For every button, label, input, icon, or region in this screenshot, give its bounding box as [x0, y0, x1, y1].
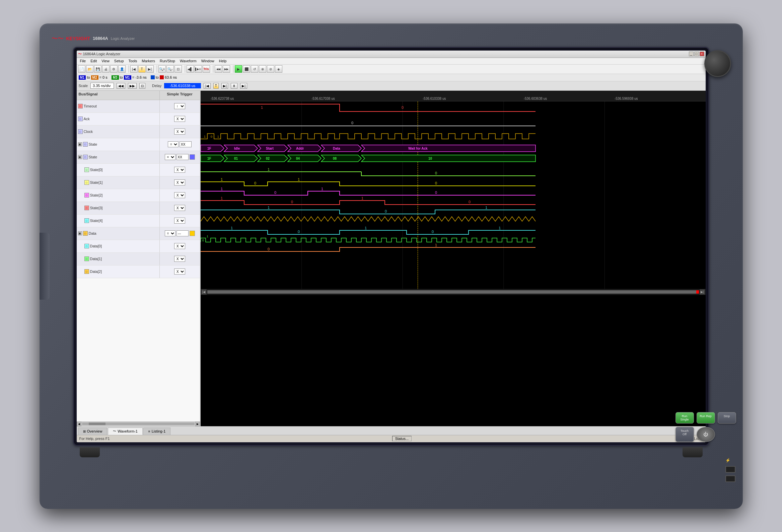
touch-off-button[interactable]: TouchOff	[675, 427, 694, 442]
tris-button[interactable]: Tris	[203, 65, 210, 73]
data-trigger[interactable]: = ≠ X	[160, 227, 200, 240]
delay-nav4[interactable]: ⏸	[231, 83, 238, 89]
power-button[interactable]: ⏻	[697, 427, 715, 442]
tb-icon-r4[interactable]: ◈	[275, 65, 282, 73]
data0-trigger-select[interactable]: X	[174, 243, 185, 249]
menu-tools[interactable]: Tools	[127, 58, 139, 64]
scale-decrease-btn[interactable]: ◀◀	[116, 83, 125, 89]
trigger-button[interactable]: T	[138, 65, 146, 73]
tb-icon-r1[interactable]: ↺	[251, 65, 258, 73]
scroll-left-btn[interactable]: ◀	[77, 421, 81, 426]
signal-hscroll[interactable]: ◀ ▶	[77, 421, 200, 426]
tab-listing1[interactable]: ≡ Listing-1	[143, 427, 171, 435]
zoom-fit-button[interactable]: ⊡	[175, 65, 182, 73]
data2-trigger[interactable]: X	[160, 266, 200, 278]
delay-nav5[interactable]: ▶|	[240, 83, 247, 89]
scroll-right-btn[interactable]: ▶	[195, 421, 200, 426]
svg-text:0: 0	[385, 209, 387, 213]
delay-nav2[interactable]: T	[213, 83, 219, 89]
data-expand[interactable]: ▣	[78, 231, 82, 235]
stop-small-btn[interactable]: ⬛	[243, 65, 250, 73]
state1-trigger-value[interactable]	[179, 141, 191, 147]
scale-fit-btn[interactable]: ⊡	[139, 83, 145, 89]
delay-nav3[interactable]: ▶|	[221, 83, 228, 89]
wave-scroll-left[interactable]: |◀	[201, 289, 207, 295]
menu-window[interactable]: Window	[199, 58, 216, 64]
state1-expand[interactable]: ▣	[78, 142, 82, 146]
print-button[interactable]: 🖨	[102, 65, 109, 73]
data0-trigger[interactable]: X	[160, 240, 200, 253]
menu-help[interactable]: Help	[217, 58, 229, 64]
timeout-trigger-select[interactable]: ↑ ↓ X	[174, 103, 185, 109]
data-color-btn[interactable]	[189, 231, 195, 236]
minimize-button[interactable]: _	[689, 51, 694, 56]
state1-trigger[interactable]: = ≠ X	[160, 138, 200, 151]
tb-icon5[interactable]: ⚙	[110, 65, 117, 73]
scale-value[interactable]: 3.35 ns/div	[91, 83, 114, 89]
tab-overview[interactable]: ⊞ Overview	[78, 427, 107, 435]
data2-trigger-select[interactable]: X	[174, 268, 185, 274]
wave-scroll-right[interactable]: ▶|	[700, 289, 705, 295]
open-button[interactable]: 📂	[86, 65, 94, 73]
menu-view[interactable]: View	[100, 58, 111, 64]
state1b-trigger[interactable]: X	[160, 177, 200, 189]
state2b-trigger[interactable]: X	[160, 189, 200, 201]
tb-icon6[interactable]: 👤	[118, 65, 126, 73]
marker-next-button[interactable]: ▌▶H	[194, 65, 202, 73]
data-trigger-select[interactable]: = ≠ X	[165, 230, 176, 236]
main-knob[interactable]	[704, 50, 731, 77]
state2b-label: State[2]	[90, 193, 103, 197]
menu-markers[interactable]: Markers	[140, 58, 157, 64]
data1-trigger-select[interactable]: X	[174, 256, 185, 262]
waveform-hscroll[interactable]: |◀ ▶|	[201, 289, 706, 295]
timeout-trigger[interactable]: ↑ ↓ X	[160, 100, 200, 113]
zoom-in-button[interactable]: 🔍+	[158, 65, 166, 73]
state1b-trigger-select[interactable]: X	[174, 180, 185, 186]
tb-icon-r3[interactable]: ⊘	[267, 65, 274, 73]
goto-start-button[interactable]: |◀	[130, 65, 138, 73]
scale-increase-btn[interactable]: ▶▶	[128, 83, 137, 89]
marker-prev-button[interactable]: ◀▌	[186, 65, 194, 73]
state3-trigger[interactable]: X	[160, 202, 200, 214]
clock-trigger[interactable]: X ↑ ↓	[160, 125, 200, 138]
menu-setup[interactable]: Setup	[112, 58, 126, 64]
maximize-button[interactable]: □	[694, 51, 699, 56]
state2-trigger-value[interactable]	[177, 154, 188, 160]
state2-expand[interactable]: ▣	[78, 155, 82, 159]
nav-btn1[interactable]: ◀◀	[215, 65, 222, 73]
tb-icon-r2[interactable]: ⊗	[259, 65, 266, 73]
menu-edit[interactable]: Edit	[88, 58, 99, 64]
data-icon: □	[83, 231, 88, 236]
zoom-out-button[interactable]: 🔍-	[167, 65, 174, 73]
state2-trigger[interactable]: = ≠ X	[160, 151, 200, 163]
state4-trigger[interactable]: X	[160, 215, 200, 227]
status-button[interactable]: Status...	[392, 436, 412, 441]
tab-waveform1[interactable]: 〜 Waveform-1	[108, 427, 143, 435]
state1-trigger-select[interactable]: = ≠ X	[168, 141, 178, 147]
state4-trigger-select[interactable]: X	[174, 218, 185, 224]
run-single-button[interactable]: RunSingle	[675, 412, 694, 423]
data-trigger-value[interactable]	[177, 230, 188, 236]
menu-file[interactable]: File	[78, 58, 88, 64]
clock-trigger-select[interactable]: X ↑ ↓	[174, 128, 185, 135]
state0-trigger-select[interactable]: X ↑ ↓	[174, 167, 185, 173]
ack-trigger-select[interactable]: X ↑ ↓	[174, 116, 185, 122]
menu-runstop[interactable]: Run/Stop	[158, 58, 177, 64]
save-button[interactable]: 💾	[94, 65, 102, 73]
stop-hw-button[interactable]: Stop	[718, 412, 736, 423]
menu-waveform[interactable]: Waveform	[178, 58, 199, 64]
data1-trigger[interactable]: X	[160, 253, 200, 265]
delay-nav1[interactable]: |◀	[204, 83, 211, 89]
state2b-trigger-select[interactable]: X	[174, 192, 185, 198]
new-button[interactable]: 📄	[78, 65, 85, 73]
state0-trigger[interactable]: X ↑ ↓	[160, 164, 200, 176]
run-rep-button[interactable]: Run Rep	[697, 412, 715, 423]
ack-trigger[interactable]: X ↑ ↓	[160, 113, 200, 125]
delay-value[interactable]: -536.610338 us	[164, 83, 201, 88]
nav-btn2[interactable]: ▶▶	[223, 65, 230, 73]
state2-trigger-select[interactable]: = ≠ X	[165, 154, 176, 160]
state2-color-btn[interactable]	[189, 154, 195, 160]
run-button[interactable]: ▶	[235, 65, 242, 73]
state3-trigger-select[interactable]: X	[174, 205, 185, 211]
goto-end-button[interactable]: ▶|	[146, 65, 154, 73]
